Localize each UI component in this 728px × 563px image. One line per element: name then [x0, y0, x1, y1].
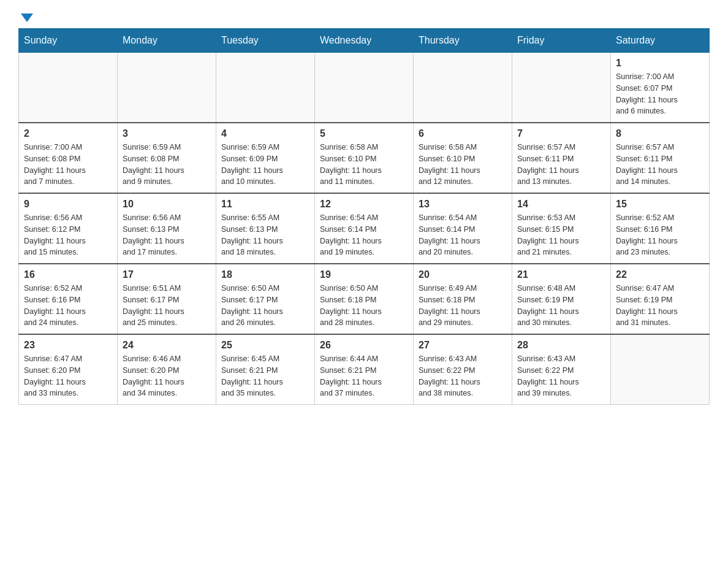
calendar-cell: 28Sunrise: 6:43 AM Sunset: 6:22 PM Dayli… [512, 334, 611, 405]
day-info: Sunrise: 6:59 AM Sunset: 6:09 PM Dayligh… [221, 142, 309, 188]
column-header-monday: Monday [118, 29, 216, 53]
column-header-thursday: Thursday [414, 29, 512, 53]
day-number: 28 [517, 340, 605, 351]
day-info: Sunrise: 6:56 AM Sunset: 6:13 PM Dayligh… [123, 212, 211, 258]
day-info: Sunrise: 6:48 AM Sunset: 6:19 PM Dayligh… [517, 283, 605, 329]
calendar-cell: 16Sunrise: 6:52 AM Sunset: 6:16 PM Dayli… [19, 264, 118, 334]
calendar-cell: 2Sunrise: 7:00 AM Sunset: 6:08 PM Daylig… [19, 123, 118, 193]
calendar-cell: 19Sunrise: 6:50 AM Sunset: 6:18 PM Dayli… [315, 264, 414, 334]
day-number: 22 [616, 269, 704, 280]
day-number: 19 [320, 269, 408, 280]
day-info: Sunrise: 6:57 AM Sunset: 6:11 PM Dayligh… [517, 142, 605, 188]
day-info: Sunrise: 6:50 AM Sunset: 6:18 PM Dayligh… [320, 283, 408, 329]
calendar-week-row: 9Sunrise: 6:56 AM Sunset: 6:12 PM Daylig… [19, 193, 710, 264]
day-number: 21 [517, 269, 605, 280]
day-number: 13 [419, 199, 507, 210]
calendar-header-row: SundayMondayTuesdayWednesdayThursdayFrid… [19, 29, 710, 53]
calendar-cell: 1Sunrise: 7:00 AM Sunset: 6:07 PM Daylig… [611, 53, 710, 123]
column-header-tuesday: Tuesday [216, 29, 315, 53]
calendar-cell: 18Sunrise: 6:50 AM Sunset: 6:17 PM Dayli… [216, 264, 315, 334]
day-number: 5 [320, 128, 408, 139]
calendar-cell: 20Sunrise: 6:49 AM Sunset: 6:18 PM Dayli… [414, 264, 512, 334]
calendar-cell: 6Sunrise: 6:58 AM Sunset: 6:10 PM Daylig… [414, 123, 512, 193]
day-number: 14 [517, 199, 605, 210]
calendar-cell: 7Sunrise: 6:57 AM Sunset: 6:11 PM Daylig… [512, 123, 611, 193]
column-header-friday: Friday [512, 29, 611, 53]
day-info: Sunrise: 6:51 AM Sunset: 6:17 PM Dayligh… [123, 283, 211, 329]
calendar-cell: 8Sunrise: 6:57 AM Sunset: 6:11 PM Daylig… [611, 123, 710, 193]
calendar-cell [216, 53, 315, 123]
day-number: 12 [320, 199, 408, 210]
day-info: Sunrise: 6:52 AM Sunset: 6:16 PM Dayligh… [24, 283, 112, 329]
day-number: 6 [419, 128, 507, 139]
day-number: 17 [123, 269, 211, 280]
day-number: 18 [221, 269, 309, 280]
day-info: Sunrise: 6:43 AM Sunset: 6:22 PM Dayligh… [419, 353, 507, 399]
day-info: Sunrise: 6:45 AM Sunset: 6:21 PM Dayligh… [221, 353, 309, 399]
day-number: 11 [221, 199, 309, 210]
calendar-cell: 27Sunrise: 6:43 AM Sunset: 6:22 PM Dayli… [414, 334, 512, 405]
calendar-cell: 14Sunrise: 6:53 AM Sunset: 6:15 PM Dayli… [512, 193, 611, 264]
day-info: Sunrise: 6:54 AM Sunset: 6:14 PM Dayligh… [320, 212, 408, 258]
day-number: 9 [24, 199, 112, 210]
day-number: 1 [616, 58, 704, 69]
day-info: Sunrise: 6:47 AM Sunset: 6:20 PM Dayligh… [24, 353, 112, 399]
day-info: Sunrise: 6:55 AM Sunset: 6:13 PM Dayligh… [221, 212, 309, 258]
calendar-cell: 3Sunrise: 6:59 AM Sunset: 6:08 PM Daylig… [118, 123, 216, 193]
calendar-cell: 11Sunrise: 6:55 AM Sunset: 6:13 PM Dayli… [216, 193, 315, 264]
day-info: Sunrise: 6:52 AM Sunset: 6:16 PM Dayligh… [616, 212, 704, 258]
calendar-table: SundayMondayTuesdayWednesdayThursdayFrid… [18, 28, 710, 405]
calendar-cell: 22Sunrise: 6:47 AM Sunset: 6:19 PM Dayli… [611, 264, 710, 334]
day-info: Sunrise: 7:00 AM Sunset: 6:08 PM Dayligh… [24, 142, 112, 188]
day-info: Sunrise: 6:59 AM Sunset: 6:08 PM Dayligh… [123, 142, 211, 188]
day-number: 3 [123, 128, 211, 139]
day-info: Sunrise: 6:44 AM Sunset: 6:21 PM Dayligh… [320, 353, 408, 399]
calendar-week-row: 2Sunrise: 7:00 AM Sunset: 6:08 PM Daylig… [19, 123, 710, 193]
day-number: 8 [616, 128, 704, 139]
calendar-cell: 25Sunrise: 6:45 AM Sunset: 6:21 PM Dayli… [216, 334, 315, 405]
day-number: 27 [419, 340, 507, 351]
day-number: 4 [221, 128, 309, 139]
day-number: 10 [123, 199, 211, 210]
day-number: 23 [24, 340, 112, 351]
day-info: Sunrise: 7:00 AM Sunset: 6:07 PM Dayligh… [616, 71, 704, 117]
day-number: 7 [517, 128, 605, 139]
day-info: Sunrise: 6:43 AM Sunset: 6:22 PM Dayligh… [517, 353, 605, 399]
day-number: 24 [123, 340, 211, 351]
calendar-cell [315, 53, 414, 123]
calendar-cell: 10Sunrise: 6:56 AM Sunset: 6:13 PM Dayli… [118, 193, 216, 264]
calendar-cell [611, 334, 710, 405]
page-header [18, 12, 710, 22]
day-info: Sunrise: 6:47 AM Sunset: 6:19 PM Dayligh… [616, 283, 704, 329]
logo [18, 12, 33, 22]
calendar-cell: 9Sunrise: 6:56 AM Sunset: 6:12 PM Daylig… [19, 193, 118, 264]
day-info: Sunrise: 6:58 AM Sunset: 6:10 PM Dayligh… [419, 142, 507, 188]
day-number: 2 [24, 128, 112, 139]
day-info: Sunrise: 6:53 AM Sunset: 6:15 PM Dayligh… [517, 212, 605, 258]
column-header-wednesday: Wednesday [315, 29, 414, 53]
calendar-cell: 12Sunrise: 6:54 AM Sunset: 6:14 PM Dayli… [315, 193, 414, 264]
day-number: 26 [320, 340, 408, 351]
calendar-cell [512, 53, 611, 123]
calendar-week-row: 16Sunrise: 6:52 AM Sunset: 6:16 PM Dayli… [19, 264, 710, 334]
calendar-cell [118, 53, 216, 123]
day-number: 16 [24, 269, 112, 280]
calendar-cell: 24Sunrise: 6:46 AM Sunset: 6:20 PM Dayli… [118, 334, 216, 405]
calendar-cell: 4Sunrise: 6:59 AM Sunset: 6:09 PM Daylig… [216, 123, 315, 193]
day-info: Sunrise: 6:49 AM Sunset: 6:18 PM Dayligh… [419, 283, 507, 329]
calendar-week-row: 23Sunrise: 6:47 AM Sunset: 6:20 PM Dayli… [19, 334, 710, 405]
column-header-saturday: Saturday [611, 29, 710, 53]
day-info: Sunrise: 6:56 AM Sunset: 6:12 PM Dayligh… [24, 212, 112, 258]
calendar-cell: 26Sunrise: 6:44 AM Sunset: 6:21 PM Dayli… [315, 334, 414, 405]
calendar-cell [414, 53, 512, 123]
calendar-cell [19, 53, 118, 123]
column-header-sunday: Sunday [19, 29, 118, 53]
calendar-cell: 13Sunrise: 6:54 AM Sunset: 6:14 PM Dayli… [414, 193, 512, 264]
day-info: Sunrise: 6:50 AM Sunset: 6:17 PM Dayligh… [221, 283, 309, 329]
day-info: Sunrise: 6:54 AM Sunset: 6:14 PM Dayligh… [419, 212, 507, 258]
day-info: Sunrise: 6:46 AM Sunset: 6:20 PM Dayligh… [123, 353, 211, 399]
day-info: Sunrise: 6:58 AM Sunset: 6:10 PM Dayligh… [320, 142, 408, 188]
logo-blue-text [18, 12, 33, 22]
logo-triangle-icon [21, 13, 33, 22]
calendar-week-row: 1Sunrise: 7:00 AM Sunset: 6:07 PM Daylig… [19, 53, 710, 123]
